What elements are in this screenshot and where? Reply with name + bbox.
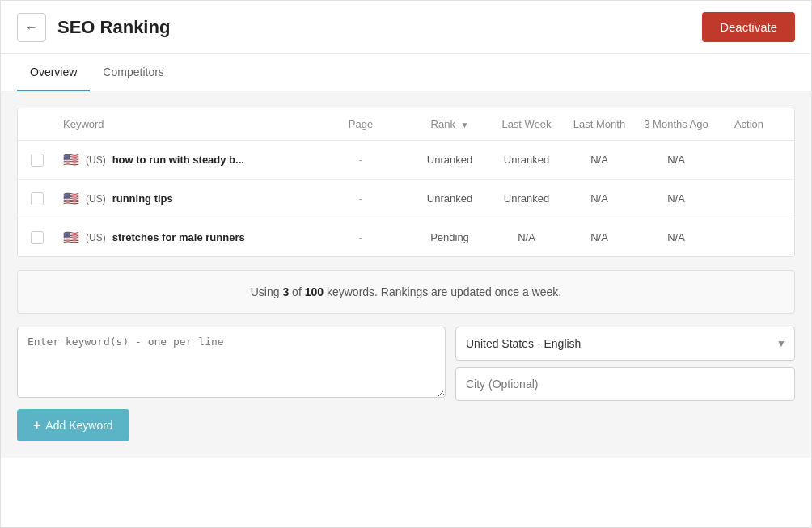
- keyword-text: running tips: [112, 192, 173, 205]
- main-content: Keyword Page Rank ▼ Last Week Last Month…: [1, 91, 811, 458]
- tab-competitors[interactable]: Competitors: [90, 54, 176, 91]
- table-row: 🇺🇸 (US) running tips - Unranked Unranked…: [18, 180, 794, 218]
- table-row: 🇺🇸 (US) stretches for male runners - Pen…: [18, 218, 794, 256]
- three-months-cell: N/A: [636, 192, 717, 205]
- page-cell: -: [312, 154, 409, 166]
- col-keyword: Keyword: [63, 118, 312, 130]
- last-week-cell: N/A: [490, 231, 563, 243]
- col-action: Action: [717, 118, 781, 130]
- locale-label: (US): [86, 154, 106, 166]
- last-week-cell: Unranked: [490, 192, 563, 205]
- keyword-textarea[interactable]: [17, 327, 446, 398]
- col-rank[interactable]: Rank ▼: [409, 118, 490, 130]
- deactivate-button[interactable]: Deactivate: [702, 12, 795, 42]
- keyword-cell: 🇺🇸 (US) stretches for male runners: [63, 230, 312, 245]
- add-keyword-section: United States - English ▼ + Add Keyword: [17, 327, 795, 441]
- rank-cell: Pending: [409, 231, 490, 243]
- col-last-month: Last Month: [563, 118, 636, 130]
- table-row: 🇺🇸 (US) how to run with steady b... - Un…: [18, 141, 794, 180]
- plus-icon: +: [33, 418, 40, 433]
- add-keyword-row: United States - English ▼: [17, 327, 795, 401]
- table-header: Keyword Page Rank ▼ Last Week Last Month…: [18, 108, 794, 141]
- sort-icon: ▼: [461, 120, 469, 129]
- last-month-cell: N/A: [563, 192, 636, 205]
- page-title: SEO Ranking: [57, 17, 170, 38]
- three-months-cell: N/A: [636, 154, 717, 166]
- flag-icon: 🇺🇸: [63, 191, 79, 206]
- locale-label: (US): [86, 193, 106, 205]
- col-three-months: 3 Months Ago: [636, 118, 717, 130]
- locale-label: (US): [86, 232, 106, 243]
- add-keyword-button[interactable]: + Add Keyword: [17, 409, 129, 441]
- page-cell: -: [312, 192, 409, 205]
- three-months-cell: N/A: [636, 231, 717, 243]
- last-month-cell: N/A: [563, 231, 636, 243]
- tabs-bar: Overview Competitors: [1, 54, 811, 91]
- info-total: 100: [305, 285, 324, 298]
- row-checkbox[interactable]: [31, 154, 63, 167]
- last-week-cell: Unranked: [490, 154, 563, 166]
- locale-select-wrapper: United States - English ▼: [455, 327, 795, 361]
- col-checkbox: [31, 118, 63, 130]
- page-cell: -: [312, 231, 409, 243]
- info-prefix: Using: [251, 285, 283, 298]
- flag-icon: 🇺🇸: [63, 230, 79, 245]
- right-inputs: United States - English ▼: [455, 327, 795, 401]
- flag-icon: 🇺🇸: [63, 152, 79, 167]
- keyword-text: how to run with steady b...: [112, 154, 244, 166]
- row-checkbox[interactable]: [31, 231, 63, 244]
- col-last-week: Last Week: [490, 118, 563, 130]
- keywords-table: Keyword Page Rank ▼ Last Week Last Month…: [17, 108, 795, 257]
- city-input[interactable]: [455, 367, 795, 401]
- keyword-cell: 🇺🇸 (US) how to run with steady b...: [63, 152, 312, 167]
- last-month-cell: N/A: [563, 154, 636, 166]
- info-bar: Using 3 of 100 keywords. Rankings are up…: [17, 270, 795, 314]
- back-button[interactable]: ←: [17, 13, 46, 42]
- col-page: Page: [312, 118, 409, 130]
- info-middle: of: [289, 285, 304, 298]
- rank-cell: Unranked: [409, 192, 490, 205]
- header: ← SEO Ranking Deactivate: [1, 1, 811, 54]
- header-left: ← SEO Ranking: [17, 13, 170, 42]
- row-checkbox[interactable]: [31, 192, 63, 205]
- tab-overview[interactable]: Overview: [17, 54, 90, 91]
- keyword-text: stretches for male runners: [112, 231, 245, 243]
- keyword-cell: 🇺🇸 (US) running tips: [63, 191, 312, 206]
- rank-cell: Unranked: [409, 154, 490, 166]
- locale-select[interactable]: United States - English: [456, 327, 794, 360]
- back-icon: ←: [25, 20, 38, 35]
- add-keyword-label: Add Keyword: [45, 419, 112, 432]
- info-suffix: keywords. Rankings are updated once a we…: [324, 285, 561, 298]
